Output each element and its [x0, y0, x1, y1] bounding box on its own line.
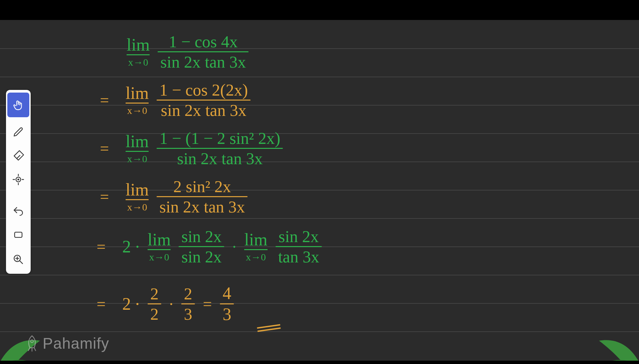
fraction: 2 2: [148, 285, 161, 322]
rocket-icon: [23, 335, 41, 352]
brand-name: Pahamify: [43, 334, 109, 352]
top-black-bar: [0, 0, 639, 20]
constant-two: 2 ·: [122, 294, 140, 314]
denominator: sin 2x tan 3x: [158, 101, 249, 119]
numerator: 1 − cos 4x: [166, 33, 240, 51]
fraction: sin 2x tan 3x: [276, 228, 322, 265]
math-line-5: = 2 · lim x→0 sin 2x sin 2x · lim x→0 si…: [97, 228, 322, 265]
pen-icon: [12, 124, 25, 137]
numerator: sin 2x: [276, 228, 321, 246]
numerator: 1 − cos 2(2x): [157, 82, 251, 100]
numerator: 2: [148, 285, 161, 303]
eraser-tool[interactable]: [6, 143, 31, 167]
app-root: lim x→0 1 − cos 4x sin 2x tan 3x = lim x…: [0, 0, 639, 364]
constant-two: 2 ·: [122, 237, 140, 256]
svg-point-2: [18, 179, 19, 180]
equals-sign: =: [203, 295, 212, 313]
denominator: tan 3x: [276, 247, 322, 265]
pen-tool[interactable]: [6, 118, 31, 143]
math-line-1: lim x→0 1 − cos 4x sin 2x tan 3x: [127, 33, 249, 70]
math-line-4: = lim x→0 2 sin² 2x sin 2x tan 3x: [100, 178, 248, 215]
numerator: 2 sin² 2x: [171, 178, 234, 196]
equals-sign: =: [100, 187, 109, 206]
equals-sign: =: [100, 91, 109, 109]
numerator: 2: [181, 285, 195, 303]
limit-symbol: lim x→0: [244, 231, 267, 262]
ruled-lines: [0, 20, 639, 361]
equals-sign: =: [97, 295, 106, 313]
whiteboard-canvas[interactable]: lim x→0 1 − cos 4x sin 2x tan 3x = lim x…: [0, 20, 639, 361]
numerator: 4: [220, 285, 234, 303]
limit-symbol: lim x→0: [148, 231, 171, 262]
fraction: sin 2x sin 2x: [179, 228, 224, 265]
denominator: sin 2x tan 3x: [157, 197, 248, 215]
multiply-dot: ·: [232, 237, 236, 256]
numerator: 1 − (1 − 2 sin² 2x): [157, 130, 283, 148]
denominator: sin 2x tan 3x: [158, 52, 249, 70]
pointer-hand-icon: [12, 99, 25, 111]
laser-pointer-tool[interactable]: [6, 167, 31, 192]
pointer-tool[interactable]: [7, 93, 29, 117]
fraction: 2 sin² 2x sin 2x tan 3x: [157, 178, 248, 215]
math-line-6: = 2 · 2 2 · 2 3 = 4 3: [97, 285, 234, 323]
denominator: 2: [148, 304, 161, 322]
fraction: 1 − (1 − 2 sin² 2x) sin 2x tan 3x: [157, 130, 283, 167]
equals-sign: =: [97, 237, 106, 256]
denominator: sin 2x: [179, 247, 224, 265]
fraction: 2 3: [181, 285, 195, 322]
limit-symbol: lim x→0: [126, 85, 149, 116]
brand-watermark: Pahamify: [23, 334, 109, 352]
denominator: 3: [220, 304, 234, 323]
fraction: 1 − cos 4x sin 2x tan 3x: [158, 33, 249, 70]
zoom-tool[interactable]: [6, 247, 31, 272]
rectangle-icon: [12, 228, 25, 241]
bottom-black-bar: [0, 361, 639, 364]
numerator: sin 2x: [179, 228, 224, 246]
undo-tool[interactable]: [6, 198, 31, 222]
fraction: 1 − cos 2(2x) sin 2x tan 3x: [157, 82, 251, 119]
final-answer: 4 3: [220, 285, 234, 323]
denominator: sin 2x tan 3x: [174, 149, 265, 167]
multiply-dot: ·: [169, 295, 173, 313]
limit-symbol: lim x→0: [126, 133, 149, 164]
shapes-tool[interactable]: [6, 222, 31, 247]
target-icon: [12, 173, 25, 186]
undo-icon: [12, 204, 25, 216]
denominator: 3: [181, 304, 195, 322]
limit-symbol: lim x→0: [126, 181, 149, 212]
svg-rect-3: [15, 232, 22, 237]
leaf-decoration: [582, 314, 639, 361]
svg-point-0: [31, 340, 33, 342]
zoom-in-icon: [12, 253, 25, 266]
math-line-2: = lim x→0 1 − cos 2(2x) sin 2x tan 3x: [100, 82, 251, 119]
eraser-icon: [12, 149, 25, 161]
equals-sign: =: [100, 139, 109, 158]
tools-toolbar: [6, 90, 31, 274]
limit-symbol: lim x→0: [127, 36, 150, 67]
math-line-3: = lim x→0 1 − (1 − 2 sin² 2x) sin 2x tan…: [100, 130, 283, 167]
